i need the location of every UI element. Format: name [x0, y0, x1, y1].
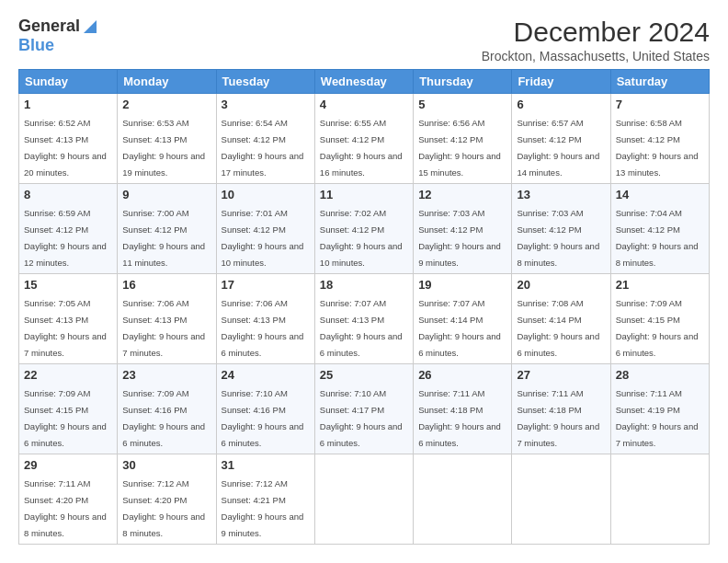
day-number: 14 [616, 188, 704, 201]
day-number: 15 [24, 278, 112, 292]
calendar-cell: 26 Sunrise: 7:11 AMSunset: 4:18 PMDaylig… [414, 364, 512, 454]
calendar-cell [314, 454, 413, 545]
calendar-week-5: 29 Sunrise: 7:11 AMSunset: 4:20 PMDaylig… [19, 454, 710, 545]
calendar-cell: 6 Sunrise: 6:57 AMSunset: 4:12 PMDayligh… [512, 94, 610, 184]
calendar-table: SundayMondayTuesdayWednesdayThursdayFrid… [18, 69, 710, 545]
day-number: 16 [122, 278, 210, 292]
header: General Blue December 2024 Brockton, Mas… [18, 17, 710, 63]
logo-triangle-icon [82, 18, 98, 35]
day-info: Sunrise: 6:57 AMSunset: 4:12 PMDaylight:… [517, 118, 599, 178]
day-number: 3 [222, 98, 310, 111]
day-number: 12 [418, 188, 506, 201]
day-info: Sunrise: 6:53 AMSunset: 4:13 PMDaylight:… [122, 118, 205, 178]
day-info: Sunrise: 6:56 AMSunset: 4:12 PMDaylight:… [418, 118, 501, 178]
day-info: Sunrise: 7:03 AMSunset: 4:12 PMDaylight:… [517, 208, 599, 268]
day-info: Sunrise: 7:06 AMSunset: 4:13 PMDaylight:… [122, 298, 205, 358]
day-info: Sunrise: 7:04 AMSunset: 4:12 PMDaylight:… [616, 208, 699, 268]
day-number: 2 [122, 98, 210, 111]
calendar-cell: 17 Sunrise: 7:06 AMSunset: 4:13 PMDaylig… [216, 274, 314, 364]
calendar-cell: 10 Sunrise: 7:01 AMSunset: 4:12 PMDaylig… [216, 184, 314, 274]
day-number: 9 [122, 188, 210, 201]
day-number: 17 [222, 278, 310, 292]
day-number: 11 [320, 188, 408, 201]
calendar-header-saturday: Saturday [610, 70, 709, 94]
day-number: 4 [320, 98, 408, 111]
calendar-cell: 15 Sunrise: 7:05 AMSunset: 4:13 PMDaylig… [19, 274, 118, 364]
calendar-cell: 13 Sunrise: 7:03 AMSunset: 4:12 PMDaylig… [512, 184, 610, 274]
day-info: Sunrise: 7:10 AMSunset: 4:16 PMDaylight:… [222, 388, 304, 448]
day-info: Sunrise: 7:09 AMSunset: 4:15 PMDaylight:… [24, 388, 107, 448]
calendar-cell: 14 Sunrise: 7:04 AMSunset: 4:12 PMDaylig… [610, 184, 709, 274]
calendar-cell: 2 Sunrise: 6:53 AMSunset: 4:13 PMDayligh… [118, 94, 216, 184]
day-number: 19 [418, 278, 506, 292]
calendar-week-1: 1 Sunrise: 6:52 AMSunset: 4:13 PMDayligh… [19, 94, 710, 184]
day-number: 30 [122, 458, 210, 472]
day-info: Sunrise: 7:11 AMSunset: 4:18 PMDaylight:… [517, 388, 599, 448]
day-info: Sunrise: 7:01 AMSunset: 4:12 PMDaylight:… [222, 208, 304, 268]
calendar-cell: 5 Sunrise: 6:56 AMSunset: 4:12 PMDayligh… [414, 94, 512, 184]
calendar-cell: 25 Sunrise: 7:10 AMSunset: 4:17 PMDaylig… [314, 364, 413, 454]
title-block: December 2024 Brockton, Massachusetts, U… [482, 17, 710, 63]
calendar-header-sunday: Sunday [19, 70, 118, 94]
logo: General Blue [18, 17, 98, 55]
svg-marker-0 [84, 20, 97, 33]
calendar-cell: 18 Sunrise: 7:07 AMSunset: 4:13 PMDaylig… [314, 274, 413, 364]
day-info: Sunrise: 7:02 AMSunset: 4:12 PMDaylight:… [320, 208, 403, 268]
day-info: Sunrise: 7:08 AMSunset: 4:14 PMDaylight:… [517, 298, 599, 358]
day-number: 13 [517, 188, 605, 201]
day-info: Sunrise: 7:07 AMSunset: 4:13 PMDaylight:… [320, 298, 403, 358]
calendar-cell: 16 Sunrise: 7:06 AMSunset: 4:13 PMDaylig… [118, 274, 216, 364]
calendar-cell: 12 Sunrise: 7:03 AMSunset: 4:12 PMDaylig… [414, 184, 512, 274]
day-number: 23 [122, 368, 210, 382]
calendar-header-monday: Monday [118, 70, 216, 94]
calendar-cell: 30 Sunrise: 7:12 AMSunset: 4:20 PMDaylig… [118, 454, 216, 545]
calendar-header-thursday: Thursday [414, 70, 512, 94]
page-container: General Blue December 2024 Brockton, Mas… [0, 0, 728, 554]
day-number: 24 [222, 368, 310, 382]
calendar-cell: 28 Sunrise: 7:11 AMSunset: 4:19 PMDaylig… [610, 364, 709, 454]
day-info: Sunrise: 6:59 AMSunset: 4:12 PMDaylight:… [24, 208, 107, 268]
calendar-cell: 7 Sunrise: 6:58 AMSunset: 4:12 PMDayligh… [610, 94, 709, 184]
calendar-header-row: SundayMondayTuesdayWednesdayThursdayFrid… [19, 70, 710, 94]
day-number: 21 [616, 278, 704, 292]
day-info: Sunrise: 6:58 AMSunset: 4:12 PMDaylight:… [616, 118, 699, 178]
day-number: 25 [320, 368, 408, 382]
calendar-week-3: 15 Sunrise: 7:05 AMSunset: 4:13 PMDaylig… [19, 274, 710, 364]
calendar-week-4: 22 Sunrise: 7:09 AMSunset: 4:15 PMDaylig… [19, 364, 710, 454]
calendar-cell: 11 Sunrise: 7:02 AMSunset: 4:12 PMDaylig… [314, 184, 413, 274]
day-number: 31 [222, 458, 310, 472]
day-number: 27 [517, 368, 605, 382]
logo-text-blue: Blue [18, 36, 54, 54]
calendar-cell: 21 Sunrise: 7:09 AMSunset: 4:15 PMDaylig… [610, 274, 709, 364]
day-number: 6 [517, 98, 605, 111]
day-number: 29 [24, 458, 112, 472]
calendar-cell: 20 Sunrise: 7:08 AMSunset: 4:14 PMDaylig… [512, 274, 610, 364]
day-info: Sunrise: 7:12 AMSunset: 4:20 PMDaylight:… [122, 478, 205, 538]
calendar-cell: 29 Sunrise: 7:11 AMSunset: 4:20 PMDaylig… [19, 454, 118, 545]
day-number: 26 [418, 368, 506, 382]
day-number: 28 [616, 368, 704, 382]
calendar-cell: 24 Sunrise: 7:10 AMSunset: 4:16 PMDaylig… [216, 364, 314, 454]
day-number: 8 [24, 188, 112, 201]
calendar-cell: 31 Sunrise: 7:12 AMSunset: 4:21 PMDaylig… [216, 454, 314, 545]
day-info: Sunrise: 7:09 AMSunset: 4:15 PMDaylight:… [616, 298, 699, 358]
day-info: Sunrise: 7:10 AMSunset: 4:17 PMDaylight:… [320, 388, 403, 448]
calendar-cell [414, 454, 512, 545]
calendar-header-friday: Friday [512, 70, 610, 94]
calendar-cell: 27 Sunrise: 7:11 AMSunset: 4:18 PMDaylig… [512, 364, 610, 454]
day-info: Sunrise: 7:00 AMSunset: 4:12 PMDaylight:… [122, 208, 205, 268]
calendar-header-wednesday: Wednesday [314, 70, 413, 94]
day-info: Sunrise: 7:06 AMSunset: 4:13 PMDaylight:… [222, 298, 304, 358]
calendar-cell [610, 454, 709, 545]
calendar-cell: 9 Sunrise: 7:00 AMSunset: 4:12 PMDayligh… [118, 184, 216, 274]
day-number: 18 [320, 278, 408, 292]
page-title: December 2024 [482, 17, 710, 47]
day-info: Sunrise: 6:55 AMSunset: 4:12 PMDaylight:… [320, 118, 403, 178]
calendar-cell: 22 Sunrise: 7:09 AMSunset: 4:15 PMDaylig… [19, 364, 118, 454]
logo-text-general: General [18, 17, 80, 36]
day-info: Sunrise: 7:12 AMSunset: 4:21 PMDaylight:… [222, 478, 304, 538]
calendar-cell: 1 Sunrise: 6:52 AMSunset: 4:13 PMDayligh… [19, 94, 118, 184]
calendar-cell: 23 Sunrise: 7:09 AMSunset: 4:16 PMDaylig… [118, 364, 216, 454]
day-number: 1 [24, 98, 112, 111]
day-info: Sunrise: 6:52 AMSunset: 4:13 PMDaylight:… [24, 118, 107, 178]
